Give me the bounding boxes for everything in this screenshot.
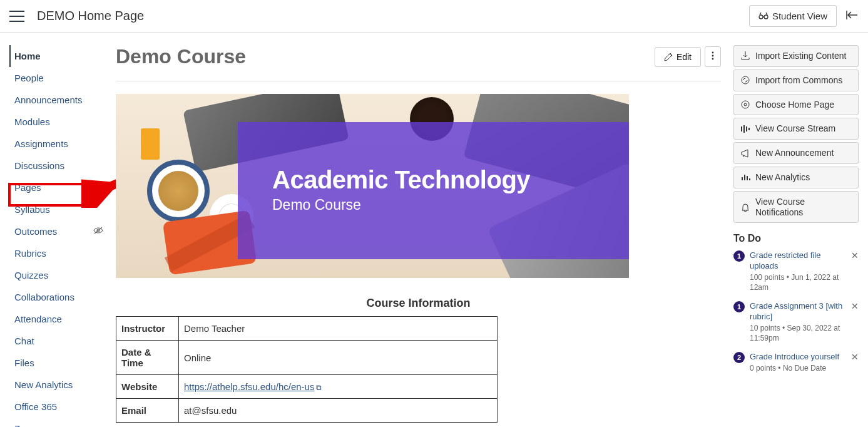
menu-toggle-icon[interactable] — [9, 11, 24, 22]
svg-point-3 — [712, 58, 714, 60]
student-view-button[interactable]: Student View — [749, 5, 837, 27]
todo-badge: 1 — [733, 250, 745, 262]
course-info-table: Instructor Demo Teacher Date & Time Onli… — [116, 316, 498, 423]
close-icon[interactable]: ✕ — [851, 250, 859, 260]
hidden-icon — [93, 227, 103, 236]
action-label: New Announcement — [755, 148, 834, 158]
todo-item: 1 Grade restricted file uploads 100 poin… — [733, 250, 859, 292]
external-link-icon: ⧉ — [316, 383, 322, 392]
view-notifications-button[interactable]: View Course Notifications — [733, 191, 859, 224]
action-label: Choose Home Page — [755, 100, 834, 110]
info-value: Demo Teacher — [179, 317, 498, 341]
nav-discussions[interactable]: Discussions — [9, 155, 103, 177]
info-label: Instructor — [116, 317, 179, 341]
nav-home[interactable]: Home — [9, 45, 103, 67]
course-banner: Academic Technology Demo Course — [116, 94, 629, 278]
import-icon — [740, 51, 750, 61]
todo-item: 2 Grade Introduce yourself 0 points • No… — [733, 352, 859, 373]
nav-zoom[interactable]: Zoom — [9, 418, 103, 427]
todo-badge: 1 — [733, 301, 745, 312]
view-stream-button[interactable]: View Course Stream — [733, 118, 859, 140]
nav-office365[interactable]: Office 365 — [9, 396, 103, 418]
nav-syllabus[interactable]: Syllabus — [9, 198, 103, 220]
todo-badge: 2 — [733, 352, 745, 363]
nav-modules[interactable]: Modules — [9, 111, 103, 133]
collapse-sidebar-icon[interactable] — [846, 9, 859, 23]
edit-label: Edit — [677, 52, 692, 62]
more-options-button[interactable] — [705, 46, 721, 67]
close-icon[interactable]: ✕ — [851, 352, 859, 362]
svg-point-1 — [712, 52, 714, 54]
new-announcement-button[interactable]: New Announcement — [733, 142, 859, 164]
nav-rubrics[interactable]: Rubrics — [9, 242, 103, 264]
todo-item: 1 Grade Assignment 3 [with rubric] 10 po… — [733, 301, 859, 343]
main-content: Demo Course Edit Academic Tec — [116, 45, 721, 427]
nav-attendance[interactable]: Attendance — [9, 308, 103, 330]
svg-point-4 — [742, 76, 749, 84]
table-row: Website https://athelp.sfsu.edu/hc/en-us… — [116, 375, 498, 399]
banner-title: Academic Technology — [272, 166, 604, 194]
bell-icon — [740, 202, 750, 212]
import-existing-button[interactable]: Import Existing Content — [733, 45, 859, 67]
info-value: Online — [179, 341, 498, 375]
nav-assignments[interactable]: Assignments — [9, 133, 103, 155]
nav-announcements[interactable]: Announcements — [9, 89, 103, 111]
right-sidebar: Import Existing Content Import from Comm… — [733, 45, 859, 427]
banner-subtitle: Demo Course — [272, 197, 604, 214]
course-nav: Home People Announcements Modules Assign… — [9, 45, 103, 427]
stream-icon — [740, 124, 750, 134]
todo-meta: 0 points • No Due Date — [750, 364, 839, 374]
page-title: Demo Course — [116, 45, 655, 68]
info-value: https://athelp.sfsu.edu/hc/en-us⧉ — [179, 375, 498, 399]
svg-point-5 — [742, 101, 749, 108]
nav-pages[interactable]: Pages — [9, 177, 103, 198]
action-label: View Course Notifications — [755, 197, 852, 218]
nav-files[interactable]: Files — [9, 352, 103, 374]
import-commons-button[interactable]: Import from Commons — [733, 69, 859, 91]
table-row: Instructor Demo Teacher — [116, 317, 498, 341]
nav-quizzes[interactable]: Quizzes — [9, 264, 103, 286]
action-label: Import Existing Content — [755, 51, 847, 61]
student-view-label: Student View — [772, 11, 827, 21]
course-info-heading: Course Information — [116, 297, 721, 310]
edit-button[interactable]: Edit — [655, 47, 701, 67]
todo-link[interactable]: Grade Introduce yourself — [750, 352, 839, 363]
nav-collaborations[interactable]: Collaborations — [9, 286, 103, 308]
pencil-icon — [664, 53, 673, 61]
nav-chat[interactable]: Chat — [9, 330, 103, 352]
todo-link[interactable]: Grade Assignment 3 [with rubric] — [750, 301, 849, 322]
nav-people[interactable]: People — [9, 67, 103, 89]
new-analytics-button[interactable]: New Analytics — [733, 167, 859, 188]
todo-link[interactable]: Grade restricted file uploads — [750, 250, 849, 272]
info-value: at@sfsu.edu — [179, 399, 498, 423]
table-row: Date & Time Online — [116, 341, 498, 375]
megaphone-icon — [740, 148, 750, 158]
commons-icon — [740, 75, 750, 85]
kebab-icon — [712, 51, 714, 60]
home-target-icon — [740, 100, 750, 110]
divider — [116, 81, 721, 81]
todo-meta: 100 points • Jun 1, 2022 at 12am — [750, 273, 849, 292]
website-link[interactable]: https://athelp.sfsu.edu/hc/en-us — [184, 381, 314, 392]
breadcrumb: DEMO Home Page — [37, 9, 749, 23]
svg-point-2 — [712, 55, 714, 57]
glasses-icon — [758, 12, 768, 21]
info-label: Website — [116, 375, 179, 399]
action-label: View Course Stream — [755, 123, 835, 134]
todo-heading: To Do — [733, 233, 859, 244]
analytics-icon — [740, 172, 750, 182]
todo-meta: 10 points • Sep 30, 2022 at 11:59pm — [750, 324, 849, 343]
info-label: Date & Time — [116, 341, 179, 375]
table-row: Email at@sfsu.edu — [116, 399, 498, 423]
info-label: Email — [116, 399, 179, 423]
close-icon[interactable]: ✕ — [851, 301, 859, 311]
action-label: New Analytics — [755, 172, 810, 183]
nav-new-analytics[interactable]: New Analytics — [9, 374, 103, 396]
action-label: Import from Commons — [755, 75, 842, 86]
nav-outcomes[interactable]: Outcomes — [9, 220, 61, 242]
svg-point-6 — [744, 103, 747, 106]
choose-home-button[interactable]: Choose Home Page — [733, 94, 859, 116]
